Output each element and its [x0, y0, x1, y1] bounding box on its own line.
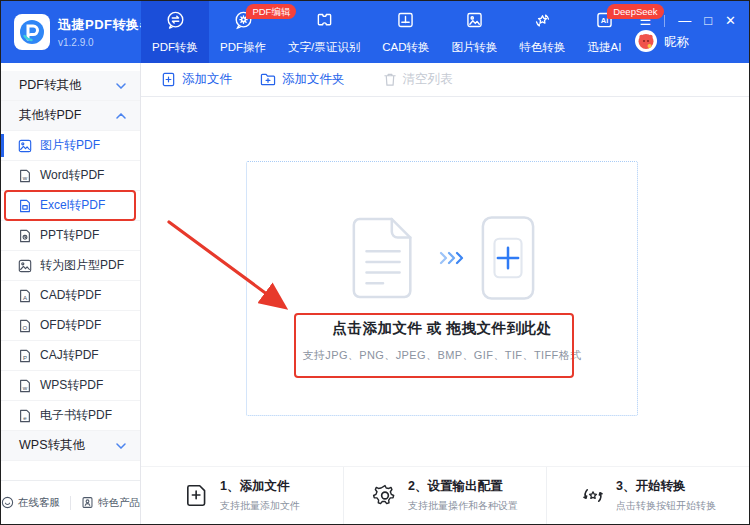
footer-divider — [70, 496, 71, 510]
app-version: v1.2.9.0 — [58, 37, 153, 48]
step-text: 1、添加文件 支持批量添加文件 — [220, 478, 300, 513]
trash-icon — [383, 72, 397, 87]
nav-tab-special-convert[interactable]: 特色转换 — [508, 1, 576, 63]
button-label: 添加文件夹 — [282, 71, 345, 88]
avatar — [635, 30, 657, 55]
document-icon — [348, 215, 422, 301]
step-title: 3、开始转换 — [616, 478, 716, 495]
nav-tab-pdf-convert[interactable]: PDF转换 — [141, 1, 209, 63]
sidebar-item-word-to-pdf[interactable]: w Word转PDF — [1, 161, 140, 191]
cad-doc-icon: A — [18, 289, 32, 303]
ofd-doc-icon: O — [18, 319, 32, 333]
main-content: 添加文件 添加文件夹 清空列表 — [141, 63, 749, 524]
folder-plus-icon — [260, 72, 276, 87]
svg-text:O: O — [23, 323, 28, 330]
sidebar-item-caj-to-pdf[interactable]: P CAJ转PDF — [1, 341, 140, 371]
sidebar-item-ebook-to-pdf[interactable]: e 电子书转PDF — [1, 401, 140, 431]
app-title-block: 迅捷PDF转换器 v1.2.9.0 — [58, 16, 153, 48]
user-account[interactable]: 昵称 — [635, 30, 689, 55]
chevron-down-icon — [116, 443, 126, 449]
clear-list-button[interactable]: 清空列表 — [383, 71, 453, 88]
add-folder-button[interactable]: 添加文件夹 — [260, 71, 345, 88]
titlebar: 迅捷PDF转换器 v1.2.9.0 PDF转换 PDF编辑 — [1, 1, 749, 63]
svg-text:A: A — [23, 293, 28, 300]
nav-tab-cad-convert[interactable]: CAD转换 — [371, 1, 440, 63]
convert-circle-icon — [165, 10, 186, 35]
sidebar-group-pdf-to-other[interactable]: PDF转其他 — [1, 71, 140, 101]
dropzone-graphics — [247, 214, 637, 302]
step-add-files: 1、添加文件 支持批量添加文件 — [141, 467, 343, 524]
add-file-card-icon — [480, 214, 536, 302]
svg-text:P: P — [23, 353, 27, 360]
step-title: 2、设置输出配置 — [408, 478, 518, 495]
sidebar-item-label: CAD转PDF — [40, 287, 101, 304]
button-label: 清空列表 — [403, 71, 453, 88]
convert-star-icon — [580, 482, 606, 509]
group-label: WPS转其他 — [19, 437, 85, 454]
sidebar-item-label: Excel转PDF — [40, 197, 105, 214]
steps-bar: 1、添加文件 支持批量添加文件 2、设置输出配置 支持批量操作和各种设置 — [141, 466, 749, 524]
sidebar-item-label: 图片转PDF — [40, 137, 100, 154]
featured-products-link[interactable]: 特色产品 — [81, 496, 140, 510]
dropzone-subtitle: 支持JPG、PNG、JPEG、BMP、GIF、TIF、TIFF格式 — [247, 348, 637, 363]
step-subtitle: 点击转换按钮开始转换 — [616, 499, 716, 513]
online-service-link[interactable]: 在线客服 — [1, 496, 60, 510]
controls-separator — [664, 15, 665, 27]
pdf-edit-badge: PDF编辑 — [246, 4, 296, 19]
sidebar-item-label: 电子书转PDF — [40, 407, 112, 424]
sidebar-item-label: OFD转PDF — [40, 317, 101, 334]
nav-tab-label: 文字/票证识别 — [288, 40, 360, 55]
sidebar-item-label: WPS转PDF — [40, 377, 103, 394]
step-title: 1、添加文件 — [220, 478, 300, 495]
group-label: PDF转其他 — [19, 77, 82, 94]
toolbar: 添加文件 添加文件夹 清空列表 — [141, 63, 749, 97]
smiley-icon — [1, 496, 14, 509]
logo-area: 迅捷PDF转换器 v1.2.9.0 — [1, 1, 141, 63]
nav-tab-image-convert[interactable]: 图片转换 — [440, 1, 508, 63]
maximize-icon[interactable]: □ — [704, 14, 712, 28]
sidebar-item-label: PPT转PDF — [40, 227, 99, 244]
step-subtitle: 支持批量操作和各种设置 — [408, 499, 518, 513]
sidebar-item-cad-to-pdf[interactable]: A CAD转PDF — [1, 281, 140, 311]
sidebar-group-wps-to-other[interactable]: WPS转其他 — [1, 431, 140, 461]
app-logo-icon — [14, 14, 50, 50]
nav-tab-label: PDF转换 — [152, 40, 198, 55]
group-label: 其他转PDF — [19, 107, 82, 124]
image-icon — [18, 259, 32, 273]
sidebar-item-ofd-to-pdf[interactable]: O OFD转PDF — [1, 311, 140, 341]
step-text: 3、开始转换 点击转换按钮开始转换 — [616, 478, 716, 513]
add-file-button[interactable]: 添加文件 — [161, 71, 232, 88]
ticket-scan-icon — [314, 10, 335, 35]
badge-person-icon — [81, 496, 94, 509]
deepseek-badge: DeepSeek — [607, 4, 663, 19]
minimize-icon[interactable]: — — [678, 14, 691, 28]
image-icon — [18, 139, 32, 153]
link-label: 在线客服 — [18, 496, 60, 510]
sidebar-item-wps-to-pdf[interactable]: w WPS转PDF — [1, 371, 140, 401]
excel-doc-icon — [18, 199, 32, 213]
chevrons-right-icon — [438, 250, 464, 266]
sidebar: PDF转其他 其他转PDF 图片转PDF w Word转PDF Excel转PD… — [1, 63, 141, 524]
chevron-down-icon — [116, 83, 126, 89]
app-name: 迅捷PDF转换器 — [58, 16, 153, 34]
sidebar-item-ppt-to-pdf[interactable]: PPT转PDF — [1, 221, 140, 251]
file-dropzone[interactable]: 点击添加文件 或 拖拽文件到此处 支持JPG、PNG、JPEG、BMP、GIF、… — [246, 161, 638, 416]
nav-tab-pdf-operate[interactable]: PDF编辑 PDF操作 — [209, 1, 277, 63]
sidebar-item-excel-to-pdf[interactable]: Excel转PDF — [1, 191, 140, 221]
nav-tab-label: 特色转换 — [519, 40, 565, 55]
image-icon — [464, 10, 485, 35]
sidebar-item-image-to-pdf[interactable]: 图片转PDF — [1, 131, 140, 161]
active-indicator — [1, 134, 4, 157]
sidebar-item-label: CAJ转PDF — [40, 347, 99, 364]
sidebar-footer: 在线客服 特色产品 — [1, 480, 140, 524]
sidebar-item-to-image-pdf[interactable]: 转为图片型PDF — [1, 251, 140, 281]
close-icon[interactable]: ✕ — [725, 14, 736, 28]
step-text: 2、设置输出配置 支持批量操作和各种设置 — [408, 478, 518, 513]
sidebar-group-other-to-pdf[interactable]: 其他转PDF — [1, 101, 140, 131]
ebook-doc-icon: e — [18, 409, 32, 423]
main-nav: PDF转换 PDF编辑 PDF操作 — [141, 1, 632, 63]
step-start-convert: 3、开始转换 点击转换按钮开始转换 — [546, 467, 749, 524]
sidebar-item-label: 转为图片型PDF — [40, 257, 124, 274]
sidebar-item-label: Word转PDF — [40, 167, 104, 184]
file-plus-icon — [161, 72, 176, 87]
